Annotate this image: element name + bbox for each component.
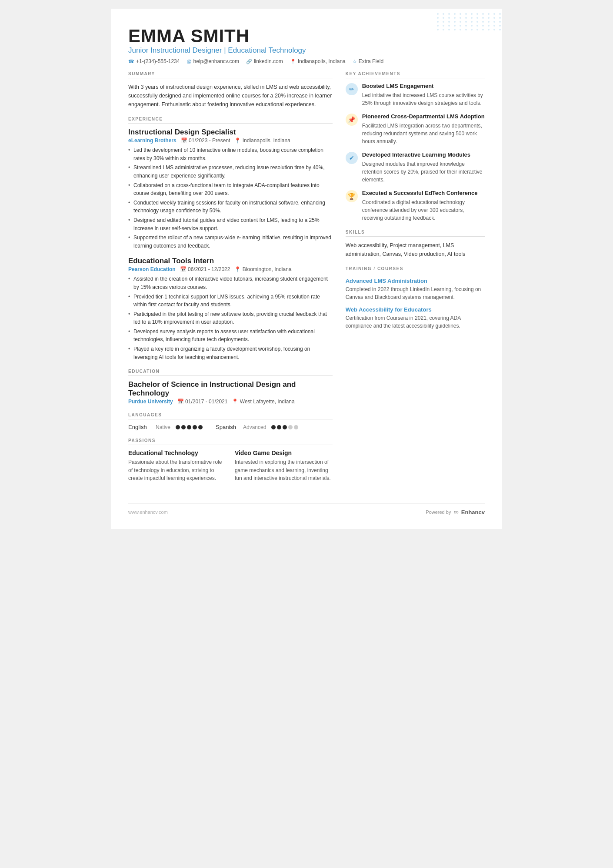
achievement-content: Boosted LMS Engagement Led initiative th… bbox=[362, 83, 485, 107]
bullet-item: Participated in the pilot testing of new… bbox=[128, 310, 333, 326]
training-item: Advanced LMS Administration Completed in… bbox=[346, 278, 485, 301]
language-dot bbox=[277, 425, 281, 429]
job-meta: Pearson Education 📅 06/2021 - 12/2022 📍 … bbox=[128, 266, 333, 272]
jobs-list: Instructional Design Specialist eLearnin… bbox=[128, 128, 333, 361]
job-date: 📅 01/2023 - Present bbox=[181, 137, 230, 144]
training-section: TRAINING / COURSES Advanced LMS Administ… bbox=[346, 266, 485, 330]
training-text: Completed in 2022 through LinkedIn Learn… bbox=[346, 285, 485, 301]
language-item: Spanish Advanced bbox=[216, 424, 298, 430]
decorative-dots bbox=[433, 9, 502, 52]
language-dot bbox=[193, 425, 197, 429]
training-title: Advanced LMS Administration bbox=[346, 278, 485, 284]
achievement-text: Facilitated LMS integration across two d… bbox=[362, 122, 485, 145]
achievement-content: Executed a Successful EdTech Conference … bbox=[362, 190, 485, 222]
language-dot bbox=[294, 425, 298, 429]
language-name: English bbox=[128, 424, 152, 430]
passions-label: PASSIONS bbox=[128, 438, 333, 445]
language-level: Native bbox=[156, 424, 170, 430]
language-dot bbox=[187, 425, 191, 429]
language-item: English Native bbox=[128, 424, 203, 430]
job-location: 📍 Bloomington, Indiana bbox=[234, 266, 291, 272]
bullet-item: Conducted weekly training sessions for f… bbox=[128, 199, 333, 215]
language-dots bbox=[271, 425, 298, 429]
star-icon: ☆ bbox=[353, 59, 357, 64]
language-dot bbox=[181, 425, 186, 429]
job-meta: eLearning Brothers 📅 01/2023 - Present 📍… bbox=[128, 137, 333, 144]
phone-contact: ☎ +1-(234)-555-1234 bbox=[128, 58, 180, 64]
edu-location: 📍 West Lafayette, Indiana bbox=[232, 399, 294, 405]
extra-contact: ☆ Extra Field bbox=[353, 58, 383, 64]
training-label: TRAINING / COURSES bbox=[346, 266, 485, 273]
achievements-list: ✏ Boosted LMS Engagement Led initiative … bbox=[346, 83, 485, 222]
achievement-title: Developed Interactive Learning Modules bbox=[362, 151, 485, 159]
achievement-icon: 🏆 bbox=[346, 190, 358, 202]
language-dot bbox=[288, 425, 293, 429]
degree-title: Bachelor of Science in Instructional Des… bbox=[128, 380, 333, 398]
job-title: Educational Tools Intern bbox=[128, 257, 333, 265]
location-icon: 📍 bbox=[290, 59, 296, 64]
phone-icon: ☎ bbox=[128, 59, 134, 64]
achievement-title: Pioneered Cross-Departmental LMS Adoptio… bbox=[362, 113, 485, 121]
footer: www.enhancv.com Powered by ∞ Enhancv bbox=[128, 503, 485, 516]
achievement-item: ✏ Boosted LMS Engagement Led initiative … bbox=[346, 83, 485, 107]
passion-title: Educational Technology bbox=[128, 449, 226, 456]
job-company: eLearning Brothers bbox=[128, 137, 177, 144]
edu-meta: Purdue University 📅 01/2017 - 01/2021 📍 … bbox=[128, 399, 333, 405]
enhancv-heart-icon: ∞ bbox=[453, 508, 458, 516]
language-dot bbox=[271, 425, 276, 429]
summary-text: With 3 years of instructional design exp… bbox=[128, 83, 333, 109]
calendar-icon: 📅 bbox=[177, 399, 184, 405]
job-date: 📅 06/2021 - 12/2022 bbox=[180, 266, 230, 272]
candidate-title: Junior Instructional Designer | Educatio… bbox=[128, 46, 485, 55]
bullet-item: Collaborated on a cross-functional team … bbox=[128, 181, 333, 198]
right-column: KEY ACHIEVEMENTS ✏ Boosted LMS Engagemen… bbox=[346, 71, 485, 490]
language-dot bbox=[283, 425, 287, 429]
bullet-item: Streamlined LMS administrative processes… bbox=[128, 164, 333, 180]
main-layout: SUMMARY With 3 years of instructional de… bbox=[128, 71, 485, 490]
footer-brand: Powered by ∞ Enhancv bbox=[426, 508, 485, 516]
bullet-item: Developed survey analysis reports to ass… bbox=[128, 328, 333, 344]
achievement-icon: ✔ bbox=[346, 152, 358, 164]
achievement-content: Developed Interactive Learning Modules D… bbox=[362, 151, 485, 184]
achievement-text: Led initiative that increased LMS course… bbox=[362, 91, 485, 107]
bullet-item: Designed and edited tutorial guides and … bbox=[128, 216, 333, 232]
achievement-icon: 📌 bbox=[346, 114, 358, 126]
training-title: Web Accessibility for Educators bbox=[346, 306, 485, 313]
footer-website: www.enhancv.com bbox=[128, 509, 168, 515]
left-column: SUMMARY With 3 years of instructional de… bbox=[128, 71, 333, 490]
skills-text: Web accessibility, Project management, L… bbox=[346, 241, 485, 258]
languages-row: English Native Spanish Advanced bbox=[128, 424, 333, 430]
passion-item: Educational Technology Passionate about … bbox=[128, 449, 226, 483]
languages-label: LANGUAGES bbox=[128, 412, 333, 419]
email-contact: @ help@enhancv.com bbox=[187, 58, 239, 64]
summary-section: SUMMARY With 3 years of instructional de… bbox=[128, 71, 333, 109]
language-dot bbox=[198, 425, 203, 429]
job-location: 📍 Indianapolis, Indiana bbox=[234, 137, 290, 144]
job-item: Educational Tools Intern Pearson Educati… bbox=[128, 257, 333, 361]
bullet-item: Led the development of 10 interactive on… bbox=[128, 146, 333, 162]
achievement-title: Boosted LMS Engagement bbox=[362, 83, 485, 90]
school-name: Purdue University bbox=[128, 399, 173, 405]
experience-label: EXPERIENCE bbox=[128, 117, 333, 124]
languages-section: LANGUAGES English Native Spanish Advance… bbox=[128, 412, 333, 430]
achievement-item: 🏆 Executed a Successful EdTech Conferenc… bbox=[346, 190, 485, 222]
header: EMMA SMITH Junior Instructional Designer… bbox=[128, 26, 485, 64]
linkedin-contact: 🔗 linkedin.com bbox=[246, 58, 283, 64]
achievement-title: Executed a Successful EdTech Conference bbox=[362, 190, 485, 197]
job-company: Pearson Education bbox=[128, 266, 176, 272]
education-label: EDUCATION bbox=[128, 369, 333, 376]
education-section: EDUCATION Bachelor of Science in Instruc… bbox=[128, 369, 333, 405]
language-dots bbox=[176, 425, 203, 429]
bullet-item: Provided tier-1 technical support for LM… bbox=[128, 293, 333, 309]
achievement-icon: ✏ bbox=[346, 83, 358, 95]
passion-title: Video Game Design bbox=[235, 449, 333, 456]
achievement-item: ✔ Developed Interactive Learning Modules… bbox=[346, 151, 485, 184]
language-dot bbox=[176, 425, 180, 429]
passion-item: Video Game Design Interested in explorin… bbox=[235, 449, 333, 483]
achievement-content: Pioneered Cross-Departmental LMS Adoptio… bbox=[362, 113, 485, 145]
job-bullets: Led the development of 10 interactive on… bbox=[128, 146, 333, 250]
achievements-label: KEY ACHIEVEMENTS bbox=[346, 71, 485, 78]
brand-name: Enhancv bbox=[461, 509, 485, 516]
bullet-item: Assisted in the creation of interactive … bbox=[128, 275, 333, 291]
language-name: Spanish bbox=[216, 424, 240, 430]
